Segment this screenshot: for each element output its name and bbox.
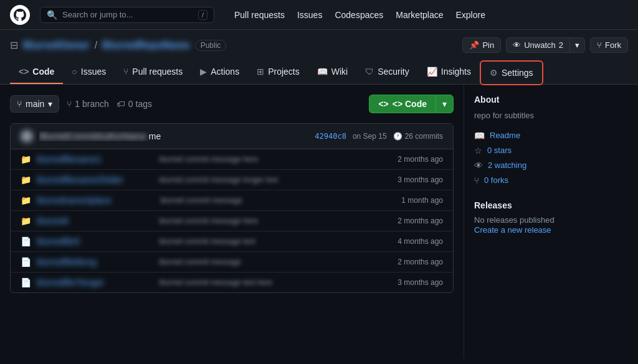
watchers-item[interactable]: 👁 2 watching: [474, 158, 628, 173]
nav-link-issues[interactable]: Issues: [292, 6, 327, 24]
stars-item[interactable]: ☆ 0 stars: [474, 143, 628, 158]
forks-label[interactable]: 0 forks: [484, 175, 508, 185]
unwatch-button-group: 👁 Unwatch 2 ▾: [506, 37, 585, 53]
file-date: 4 months ago: [398, 237, 443, 246]
file-name[interactable]: blurredname3place: [37, 195, 154, 205]
tab-issues[interactable]: ○ Issues: [63, 60, 115, 84]
nav-link-marketplace[interactable]: Marketplace: [391, 6, 448, 24]
fork-sidebar-icon: ⑂: [474, 175, 479, 185]
tab-code[interactable]: <> Code: [10, 60, 63, 84]
settings-tab-icon: ⚙: [490, 68, 498, 78]
file-date: 2 months ago: [398, 217, 443, 225]
file-commit-message: blurred commit message here: [159, 155, 391, 164]
folder-icon: 📁: [21, 175, 31, 185]
top-navigation: 🔍 Search or jump to... / Pull requests I…: [0, 0, 638, 30]
chevron-down-icon: ▾: [48, 99, 52, 109]
tab-projects[interactable]: ⊞ Projects: [248, 60, 308, 84]
file-name[interactable]: blurredfile5: [37, 236, 153, 246]
repo-description: repo for subtitles: [474, 110, 628, 122]
folder-icon: 📁: [21, 195, 31, 205]
file-date: 2 months ago: [398, 155, 443, 164]
code-button[interactable]: <> <> Code: [369, 95, 436, 113]
github-logo-icon: [14, 9, 26, 21]
unwatch-caret-button[interactable]: ▾: [569, 37, 585, 53]
commits-count-link[interactable]: 🕐 26 commits: [393, 132, 443, 141]
issues-tab-icon: ○: [72, 67, 77, 77]
file-row[interactable]: 📁 blurredfilename2folder blurred commit …: [11, 170, 453, 190]
repo-file-browser: ⑂ main ▾ ⑂ 1 branch 🏷 0 tags <> <> Code …: [0, 85, 464, 358]
file-row[interactable]: 📁 blurredname3place blurred commit messa…: [11, 190, 453, 211]
repo-name[interactable]: BlurredRepoName: [102, 40, 189, 51]
code-button-group: <> <> Code ▾: [369, 95, 454, 113]
commit-message: BlurredCommitAuthorName me: [39, 131, 161, 141]
repo-header: ⊟ BlurredOwner / BlurredRepoName Public …: [0, 30, 638, 85]
tab-insights[interactable]: 📈 Insights: [418, 60, 480, 84]
file-date: 2 months ago: [398, 258, 443, 266]
tab-actions[interactable]: ▶ Actions: [191, 60, 248, 84]
unwatch-button[interactable]: 👁 Unwatch 2: [506, 37, 569, 53]
releases-title: Releases: [474, 200, 628, 210]
watchers-label[interactable]: 2 watching: [488, 161, 526, 170]
main-content: ⑂ main ▾ ⑂ 1 branch 🏷 0 tags <> <> Code …: [0, 85, 638, 358]
fork-icon: ⑂: [597, 40, 602, 50]
folder-icon: 📁: [21, 216, 31, 226]
forks-item[interactable]: ⑂ 0 forks: [474, 173, 628, 188]
file-name[interactable]: blurred4: [37, 216, 153, 226]
repo-actions: 📌 Pin 👁 Unwatch 2 ▾ ⑂ Fork: [462, 37, 628, 53]
file-icon: 📄: [21, 257, 31, 267]
tab-wiki[interactable]: 📖 Wiki: [308, 60, 356, 84]
about-title: About: [474, 95, 628, 105]
file-icon: 📄: [21, 236, 31, 246]
nav-link-codespaces[interactable]: Codespaces: [330, 6, 388, 24]
commit-info: BlurredCommitAuthorName me: [39, 131, 308, 141]
file-row[interactable]: 📄 blurredfile6long blurred commit messag…: [11, 252, 453, 273]
file-row[interactable]: 📄 blurredfile7longer blurred commit mess…: [11, 273, 453, 292]
create-release-link[interactable]: Create a new release: [474, 225, 551, 235]
file-commit-message: blurred commit message: [160, 196, 395, 205]
pin-button[interactable]: 📌 Pin: [462, 37, 501, 53]
file-row[interactable]: 📁 blurred4 blurred commit message here 2…: [11, 211, 453, 231]
fork-button[interactable]: ⑂ Fork: [590, 37, 628, 53]
branches-link[interactable]: ⑂ 1 branch: [67, 99, 108, 109]
repo-owner[interactable]: BlurredOwner: [23, 40, 90, 51]
nav-link-pull-requests[interactable]: Pull requests: [229, 6, 290, 24]
file-date: 3 months ago: [398, 278, 443, 287]
tab-security[interactable]: 🛡 Security: [356, 60, 418, 84]
file-table: BlurredCommitAuthorName me 42940c8 on Se…: [10, 123, 454, 293]
github-logo[interactable]: [10, 5, 30, 25]
file-name[interactable]: blurredfilename1: [37, 154, 153, 164]
branch-count-icon: ⑂: [67, 99, 72, 109]
search-placeholder: Search or jump to...: [62, 10, 133, 19]
nav-link-explore[interactable]: Explore: [451, 6, 490, 24]
file-name[interactable]: blurredfilename2folder: [37, 175, 153, 185]
tab-settings[interactable]: ⚙ Settings: [480, 60, 543, 85]
file-name[interactable]: blurredfile7longer: [37, 278, 153, 287]
tags-link[interactable]: 🏷 0 tags: [117, 99, 152, 109]
tab-pull-requests[interactable]: ⑂ Pull requests: [115, 60, 191, 84]
projects-tab-icon: ⊞: [257, 67, 264, 77]
file-table-header: BlurredCommitAuthorName me 42940c8 on Se…: [11, 124, 453, 149]
search-shortcut-badge: /: [198, 10, 207, 20]
readme-label[interactable]: Readme: [490, 131, 520, 140]
no-releases-text: No releases published: [474, 215, 628, 225]
actions-tab-icon: ▶: [200, 67, 207, 77]
code-button-caret[interactable]: ▾: [436, 95, 454, 113]
file-row[interactable]: 📄 blurredfile5 blurred commit message te…: [11, 231, 453, 252]
code-tab-icon: <>: [19, 67, 29, 77]
search-bar[interactable]: 🔍 Search or jump to... /: [40, 7, 214, 23]
file-name[interactable]: blurredfile6long: [37, 257, 153, 267]
file-commit-message: blurred commit message here: [159, 217, 391, 225]
file-row[interactable]: 📁 blurredfilename1 blurred commit messag…: [11, 149, 453, 170]
tag-icon: 🏷: [117, 99, 125, 109]
security-tab-icon: 🛡: [365, 67, 374, 77]
branch-selector[interactable]: ⑂ main ▾: [10, 95, 59, 113]
repo-tabs: <> Code ○ Issues ⑂ Pull requests ▶ Actio…: [10, 60, 628, 84]
stars-label[interactable]: 0 stars: [487, 146, 512, 155]
repo-breadcrumb: ⊟ BlurredOwner / BlurredRepoName Public …: [10, 37, 628, 53]
code-button-icon: <>: [378, 99, 388, 109]
readme-link[interactable]: 📖 Readme: [474, 128, 628, 143]
eye-icon: 👁: [513, 40, 521, 50]
commit-sha[interactable]: 42940c8: [315, 132, 346, 141]
about-section: About repo for subtitles 📖 Readme ☆ 0 st…: [474, 95, 628, 188]
content-toolbar: ⑂ main ▾ ⑂ 1 branch 🏷 0 tags <> <> Code …: [10, 95, 454, 113]
